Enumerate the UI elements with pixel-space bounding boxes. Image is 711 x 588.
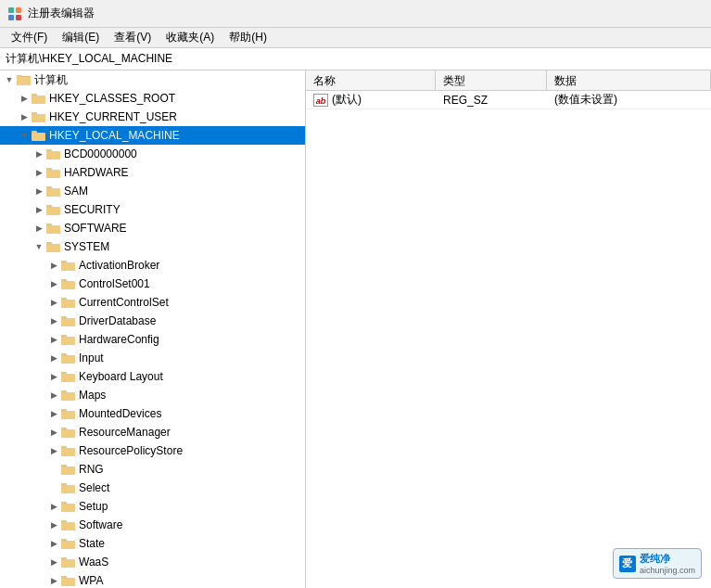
expand-controlset001[interactable]: ▶ (46, 276, 61, 291)
expand-hardware[interactable]: ▶ (32, 165, 46, 180)
tree-item-sam[interactable]: ▶ SAM (0, 182, 305, 200)
expand-driverdatabase[interactable]: ▶ (46, 313, 61, 328)
expand-waas[interactable]: ▶ (46, 555, 61, 569)
menu-file[interactable]: 文件(F) (4, 28, 55, 47)
folder-icon-classes-root (32, 91, 46, 106)
folder-icon-local-machine (32, 128, 46, 143)
svg-rect-26 (61, 262, 75, 271)
tree-label-hardwareconfig: HardwareConfig (79, 333, 159, 346)
svg-rect-45 (61, 428, 67, 430)
expand-activationbroker[interactable]: ▶ (46, 258, 61, 273)
svg-rect-28 (61, 281, 75, 289)
expand-bcd[interactable]: ▶ (32, 147, 46, 161)
svg-rect-2 (8, 15, 14, 20)
menu-help[interactable]: 帮助(H) (222, 28, 274, 47)
expand-software-top[interactable]: ▶ (32, 221, 46, 236)
menu-view[interactable]: 查看(V) (107, 28, 159, 47)
svg-rect-53 (61, 502, 67, 505)
svg-rect-13 (32, 131, 37, 134)
expand-mounteddevices[interactable]: ▶ (46, 406, 61, 421)
tree-item-controlset001[interactable]: ▶ ControlSet001 (0, 275, 305, 293)
tree-item-current-user[interactable]: ▶ HKEY_CURRENT_USER (0, 108, 305, 126)
tree-item-resourcepolicystore[interactable]: ▶ ResourcePolicyStore (0, 441, 305, 460)
expand-computer[interactable]: ▼ (2, 72, 17, 87)
title-bar: 注册表编辑器 (0, 0, 711, 28)
expand-security[interactable]: ▶ (32, 202, 46, 217)
tree-item-software-top[interactable]: ▶ SOFTWARE (0, 219, 305, 237)
expand-wpa[interactable]: ▶ (46, 573, 61, 588)
tree-item-keyboard-layout[interactable]: ▶ Keyboard Layout (0, 367, 305, 386)
tree-item-classes-root[interactable]: ▶ HKEY_CLASSES_ROOT (0, 89, 305, 108)
tree-item-currentcontrolset[interactable]: ▶ CurrentControlSet (0, 293, 305, 312)
menu-edit[interactable]: 编辑(E) (55, 28, 107, 47)
expand-maps[interactable]: ▶ (46, 388, 61, 403)
svg-rect-51 (61, 483, 67, 486)
ab-icon: ab (313, 94, 328, 107)
svg-rect-29 (61, 279, 67, 282)
tree-item-rng[interactable]: ▶ RNG (0, 460, 305, 479)
expand-keyboard-layout[interactable]: ▶ (46, 369, 61, 384)
folder-icon-software2 (61, 518, 76, 532)
tree-item-local-machine[interactable]: ▼ HKEY_LOCAL_MACHINE (0, 126, 305, 145)
tree-item-state[interactable]: ▶ State (0, 534, 305, 553)
tree-item-system[interactable]: ▼ SYSTEM (0, 237, 305, 256)
svg-rect-12 (32, 133, 45, 141)
tree-label-select: Select (79, 481, 109, 494)
expand-state[interactable]: ▶ (46, 536, 61, 551)
expand-current-user[interactable]: ▶ (17, 109, 32, 124)
svg-rect-48 (61, 467, 75, 475)
main-content: ▼ 计算机 ▶ HKEY_CLASSES_ROOT (0, 70, 711, 588)
expand-input[interactable]: ▶ (46, 351, 61, 365)
tree-item-bcd[interactable]: ▶ BCD00000000 (0, 145, 305, 163)
cell-name-default: ab (默认) (306, 91, 436, 109)
tree-label-state: State (79, 537, 105, 550)
tree-item-computer[interactable]: ▼ 计算机 (0, 70, 305, 89)
tree-label-software2: Software (79, 518, 122, 531)
tree-item-waas[interactable]: ▶ WaaS (0, 553, 305, 571)
tree-item-driverdatabase[interactable]: ▶ DriverDatabase (0, 312, 305, 330)
svg-rect-56 (61, 541, 75, 549)
tree-item-mounteddevices[interactable]: ▶ MountedDevices (0, 404, 305, 423)
tree-item-software2[interactable]: ▶ Software (0, 516, 305, 534)
expand-currentcontrolset[interactable]: ▶ (46, 295, 61, 310)
expand-hardwareconfig[interactable]: ▶ (46, 332, 61, 347)
expand-system[interactable]: ▼ (32, 239, 46, 254)
detail-row-default[interactable]: ab (默认) REG_SZ (数值未设置) (306, 91, 711, 109)
tree-label-software-top: SOFTWARE (64, 222, 127, 235)
tree-item-hardware[interactable]: ▶ HARDWARE (0, 163, 305, 182)
tree-label-input: Input (79, 352, 104, 364)
svg-rect-1 (16, 7, 21, 13)
tree-item-security[interactable]: ▶ SECURITY (0, 200, 305, 219)
tree-item-select[interactable]: ▶ Select (0, 479, 305, 497)
tree-item-resourcemanager[interactable]: ▶ ResourceManager (0, 423, 305, 441)
tree-item-setup[interactable]: ▶ Setup (0, 497, 305, 516)
expand-resourcemanager[interactable]: ▶ (46, 425, 61, 440)
menu-favorites[interactable]: 收藏夹(A) (159, 28, 222, 47)
svg-rect-49 (61, 465, 67, 467)
tree-item-activationbroker[interactable]: ▶ ActivationBroker (0, 256, 305, 275)
tree-item-maps[interactable]: ▶ Maps (0, 386, 305, 404)
svg-rect-52 (61, 504, 75, 512)
svg-rect-20 (46, 207, 60, 215)
cell-data-default: (数值未设置) (547, 91, 711, 109)
svg-rect-60 (61, 578, 75, 586)
tree-label-security: SECURITY (64, 203, 121, 216)
tree-item-input[interactable]: ▶ Input (0, 349, 305, 367)
svg-rect-18 (46, 188, 60, 197)
svg-rect-17 (46, 168, 52, 171)
folder-icon-system (46, 239, 61, 254)
svg-rect-39 (61, 372, 67, 375)
tree-label-mounteddevices: MountedDevices (79, 407, 161, 420)
expand-resourcepolicystore[interactable]: ▶ (46, 443, 61, 458)
folder-icon-mounteddevices (61, 406, 76, 421)
svg-rect-50 (61, 485, 75, 493)
expand-software2[interactable]: ▶ (46, 518, 61, 532)
expand-local-machine[interactable]: ▼ (17, 128, 32, 143)
svg-rect-14 (46, 151, 60, 160)
expand-setup[interactable]: ▶ (46, 499, 61, 514)
expand-classes-root[interactable]: ▶ (17, 91, 32, 106)
svg-rect-41 (61, 390, 67, 393)
expand-sam[interactable]: ▶ (32, 184, 46, 198)
tree-item-hardwareconfig[interactable]: ▶ HardwareConfig (0, 330, 305, 349)
tree-item-wpa[interactable]: ▶ WPA (0, 571, 305, 588)
